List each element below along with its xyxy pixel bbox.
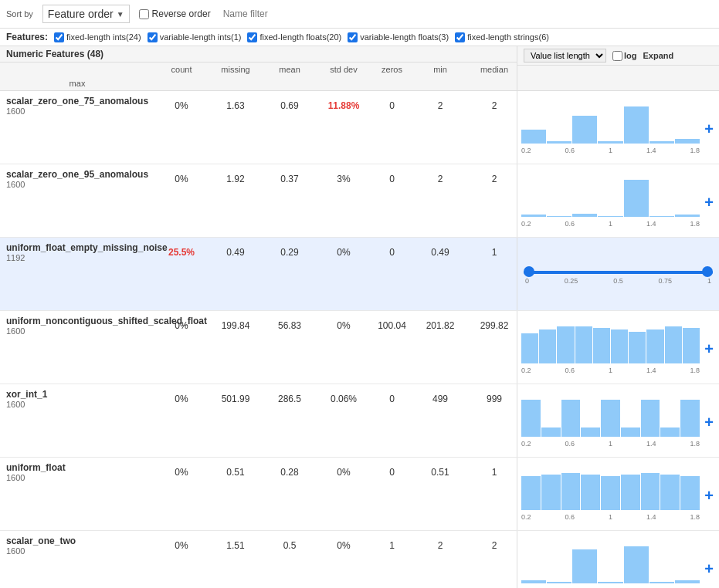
stat-stddev: 0.69: [263, 96, 317, 113]
stat-min: 1: [371, 536, 413, 553]
stat-mean: 1.92: [209, 169, 263, 186]
row-left-grid: uniform_float 1600 0% 0.51 0.28 0% 0 0.5…: [0, 462, 517, 482]
col-header-stddev: std dev: [317, 63, 371, 76]
feature-name-block: uniform_float 1600: [0, 462, 154, 482]
expand-chart-button[interactable]: +: [704, 560, 714, 578]
expand-chart-button[interactable]: +: [704, 340, 714, 358]
tick-label: 1.4: [646, 367, 656, 374]
reverse-order-checkbox[interactable]: [139, 9, 149, 19]
slider-handle-left[interactable]: [524, 266, 534, 277]
bar-4: [624, 106, 649, 144]
stat-min: 0: [371, 242, 413, 259]
row-left: uniform_noncontiguous_shifted_scaled_flo…: [0, 311, 517, 384]
bars-wrap: [521, 400, 700, 437]
tick-label: 1.8: [690, 513, 700, 521]
stat-max: 2: [467, 169, 521, 186]
stat-mean: 0.51: [209, 462, 263, 479]
tick-label: 0.2: [521, 513, 531, 521]
feature-name: uniform_noncontiguous_shifted_scaled_flo…: [6, 316, 151, 326]
tick-label: 0.2: [521, 440, 531, 448]
bar-5: [649, 216, 674, 217]
row-left-grid: xor_int_1 1600 0% 501.99 286.5 0.06% 0 4…: [0, 389, 517, 409]
stat-max: 299.82: [467, 316, 521, 333]
feature-name-block: scalar_zero_one_75_anomalous 1600: [0, 96, 154, 116]
feature-checkbox-fixed-floats[interactable]: [247, 32, 257, 42]
col-header-min: min: [413, 63, 467, 76]
feature-checkbox-var-ints[interactable]: [148, 32, 158, 42]
feature-chip-var-ints[interactable]: variable-length ints(1): [148, 32, 242, 42]
rows-container: scalar_zero_one_75_anomalous 1600 0% 1.6…: [0, 91, 719, 588]
col-header-median: median: [467, 63, 521, 76]
row-right: 0.20.611.41.8 +: [517, 458, 719, 530]
slider-axis: 00.250.50.751: [524, 277, 713, 285]
feature-chip-fixed-ints[interactable]: fixed-length ints(24): [54, 32, 141, 42]
feature-name-block: scalar_zero_one_95_anomalous 1600: [0, 169, 154, 189]
tick-label: 0.6: [565, 220, 575, 228]
stat-missing: 0%: [154, 169, 209, 186]
bar-1: [541, 475, 561, 510]
table-row: scalar_zero_one_75_anomalous 1600 0% 1.6…: [0, 91, 719, 164]
row-left: scalar_zero_one_95_anomalous 1600 0% 1.9…: [0, 164, 517, 237]
row-left-grid: scalar_one_two 1600 0% 1.51 0.5 0% 1 2 2: [0, 536, 517, 556]
stat-max: 1: [467, 462, 521, 479]
section-and-col-header: Numeric Features (48) count missing mean…: [0, 46, 719, 91]
bars-wrap: [521, 106, 700, 144]
bar-3: [581, 427, 600, 437]
log-checkbox[interactable]: [612, 51, 622, 61]
expand-label: Expand: [643, 51, 674, 60]
name-filter-input[interactable]: [220, 7, 342, 21]
stat-stddev: 0.28: [263, 462, 317, 479]
stat-max: 2: [467, 96, 521, 113]
bar-4: [624, 180, 649, 217]
bar-4: [601, 476, 620, 510]
tick-label: 1.4: [646, 220, 656, 228]
tick-label: 1: [609, 440, 612, 448]
col-header-name: [0, 63, 154, 76]
stat-min: 0: [371, 389, 413, 406]
bar-5: [621, 427, 640, 437]
table-row: xor_int_1 1600 0% 501.99 286.5 0.06% 0 4…: [0, 384, 719, 458]
feature-chip-fixed-strings[interactable]: fixed-length strings(6): [455, 32, 549, 42]
bars-wrap: [521, 326, 700, 363]
bar-7: [646, 329, 663, 363]
bar-0: [521, 580, 546, 583]
chart-type-select[interactable]: Value list length: [524, 49, 606, 63]
stat-mean: 1.63: [209, 96, 263, 113]
reverse-order-control[interactable]: Reverse order: [139, 8, 211, 19]
feature-checkbox-fixed-ints[interactable]: [54, 32, 64, 42]
feature-chip-fixed-floats[interactable]: fixed-length floats(20): [247, 32, 341, 42]
feature-count: 1600: [6, 106, 151, 116]
expand-chart-button[interactable]: +: [704, 487, 714, 505]
stat-missing: 0%: [154, 389, 209, 406]
sort-value: Feature order: [48, 8, 114, 20]
stat-stddev: 0.37: [263, 169, 317, 186]
mini-bar-chart: 0.20.611.41.8 +: [521, 104, 715, 154]
bar-2: [561, 473, 581, 510]
feature-checkbox-fixed-strings[interactable]: [455, 32, 465, 42]
feature-label-fixed-floats: fixed-length floats(20): [259, 32, 341, 42]
feature-name: xor_int_1: [6, 389, 151, 400]
stat-missing: 0%: [154, 316, 209, 333]
bar-5: [649, 141, 674, 144]
tick-label: 0.2: [521, 220, 531, 228]
sort-select[interactable]: Feature order ▼: [42, 5, 130, 23]
feature-count: 1600: [6, 473, 151, 482]
feature-chip-var-floats[interactable]: variable-length floats(3): [348, 32, 449, 42]
stat-stddev: 286.5: [263, 389, 317, 406]
log-checkbox-label[interactable]: log: [612, 51, 637, 61]
slider-handle-right[interactable]: [702, 266, 713, 277]
row-left: scalar_one_two 1600 0% 1.51 0.5 0% 1 2 2: [0, 531, 517, 588]
bar-7: [660, 427, 680, 437]
expand-chart-button[interactable]: +: [704, 120, 714, 138]
expand-chart-button[interactable]: +: [704, 414, 714, 431]
stat-mean: 0.49: [209, 242, 263, 259]
feature-name-block: uniform_noncontiguous_shifted_scaled_flo…: [0, 316, 154, 336]
bar-8: [680, 476, 700, 510]
row-left: uniform_float_empty_missing_noise 1192 2…: [0, 238, 517, 310]
row-left: scalar_zero_one_75_anomalous 1600 0% 1.6…: [0, 91, 517, 164]
expand-chart-button[interactable]: +: [704, 194, 714, 211]
feature-checkbox-var-floats[interactable]: [348, 32, 358, 42]
stat-max: 2: [467, 536, 521, 553]
slider-track[interactable]: [524, 271, 713, 274]
tick-labels: 0.20.611.41.8: [521, 147, 700, 154]
